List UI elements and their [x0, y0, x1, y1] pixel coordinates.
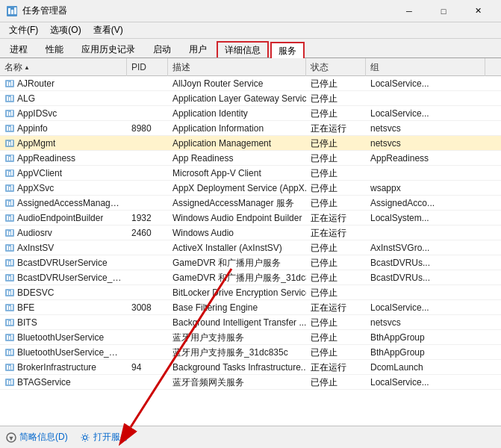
svg-rect-66	[9, 306, 10, 310]
cell-group: AxInstSVGro...	[366, 240, 485, 255]
menu-file[interactable]: 文件(F)	[3, 22, 44, 39]
open-services-button[interactable]: 打开服务	[93, 431, 129, 444]
table-row[interactable]: Appinfo8980Application Information正在运行ne…	[0, 121, 501, 136]
cell-status: 已停止	[306, 151, 366, 166]
table-row[interactable]: AppReadinessApp Readiness已停止AppReadiness	[0, 151, 501, 166]
svg-rect-21	[7, 141, 8, 146]
summary-button[interactable]: 简略信息(D)	[19, 431, 68, 444]
table-row[interactable]: BluetoothUserService_31...蓝牙用户支持服务_31dc8…	[0, 345, 501, 360]
table-row[interactable]: BluetoothUserService蓝牙用户支持服务已停止BthAppGro…	[0, 330, 501, 345]
table-row[interactable]: BcastDVRUserServiceGameDVR 和广播用户服务已停止Bca…	[0, 255, 501, 270]
svg-rect-46	[9, 231, 10, 235]
svg-rect-59	[11, 275, 13, 280]
service-icon	[4, 377, 15, 388]
sort-arrow: ▲	[24, 64, 30, 71]
table-row[interactable]: AJRouterAllJoyn Router Service已停止LocalSe…	[0, 76, 501, 91]
service-icon	[4, 287, 15, 298]
menu-view[interactable]: 查看(V)	[87, 22, 129, 39]
table-row[interactable]: AxInstSVActiveX Installer (AxInstSV)已停止A…	[0, 240, 501, 255]
service-icon	[4, 302, 15, 313]
cell-desc: Windows Audio	[168, 225, 306, 240]
svg-rect-14	[9, 112, 10, 116]
svg-rect-3	[14, 7, 16, 14]
table-row[interactable]: Audiosrv2460Windows Audio正在运行	[0, 225, 501, 240]
cell-status: 正在运行	[306, 121, 366, 136]
title-bar-controls: ─ □ ✕	[392, 0, 495, 22]
svg-rect-83	[11, 364, 13, 370]
svg-rect-35	[11, 185, 13, 190]
svg-rect-79	[11, 349, 13, 355]
cell-name: BluetoothUserService_31...	[0, 345, 127, 360]
gear-icon	[80, 432, 90, 443]
cell-desc: Background Intelligent Transfer ...	[168, 315, 306, 330]
table-row[interactable]: BFE3008Base Filtering Engine正在运行LocalSer…	[0, 300, 501, 315]
col-desc[interactable]: 描述	[168, 58, 306, 76]
cell-pid	[127, 375, 168, 390]
svg-rect-57	[7, 276, 8, 280]
cell-pid: 2460	[127, 225, 168, 240]
cell-group: netsvcs	[366, 121, 485, 136]
svg-rect-10	[9, 97, 10, 101]
cell-pid	[127, 181, 168, 196]
table-row[interactable]: BcastDVRUserService_31...GameDVR 和广播用户服务…	[0, 270, 501, 285]
tab-app-history[interactable]: 应用历史记录	[73, 41, 143, 57]
cell-desc: Application Management	[168, 136, 306, 151]
col-status[interactable]: 状态	[306, 58, 366, 76]
svg-rect-22	[9, 142, 10, 146]
tab-services[interactable]: 服务	[270, 42, 305, 58]
table-row[interactable]: BTAGService蓝牙音频网关服务已停止LocalService...	[0, 375, 501, 390]
tab-process[interactable]: 进程	[1, 41, 36, 57]
table-body[interactable]: AJRouterAllJoyn Router Service已停止LocalSe…	[0, 76, 501, 426]
tab-users[interactable]: 用户	[181, 41, 215, 57]
cell-status: 已停止	[306, 315, 366, 330]
table-row[interactable]: AppXSvcAppX Deployment Service (AppX...已…	[0, 181, 501, 196]
table-row[interactable]: AudioEndpointBuilder1932Windows Audio En…	[0, 211, 501, 225]
cell-desc: BitLocker Drive Encryption Service	[168, 285, 306, 300]
svg-rect-30	[9, 172, 10, 175]
table-row[interactable]: AppIDSvcApplication Identity已停止LocalServ…	[0, 106, 501, 121]
col-group[interactable]: 组	[366, 58, 485, 76]
maximize-button[interactable]: □	[426, 0, 461, 22]
cell-pid	[127, 345, 168, 360]
service-icon	[4, 78, 15, 89]
col-name[interactable]: 名称 ▲	[0, 58, 127, 76]
minimize-button[interactable]: ─	[392, 0, 426, 22]
cell-name: AudioEndpointBuilder	[0, 211, 127, 225]
table-row[interactable]: BDESVCBitLocker Drive Encryption Service…	[0, 285, 501, 300]
cell-group: netsvcs	[366, 136, 485, 151]
table-row[interactable]: AssignedAccessManager...AssignedAccessMa…	[0, 196, 501, 211]
table-row[interactable]: BrokerInfrastructure94Background Tasks I…	[0, 360, 501, 375]
table-header: 名称 ▲ PID 描述 状态 组	[0, 58, 501, 76]
service-icon	[4, 258, 15, 268]
cell-name: BrokerInfrastructure	[0, 360, 127, 375]
svg-rect-75	[11, 335, 13, 340]
cell-name: AxInstSV	[0, 240, 127, 255]
service-icon	[4, 317, 15, 328]
cell-pid: 94	[127, 360, 168, 375]
cell-status: 已停止	[306, 181, 366, 196]
table-row[interactable]: AppMgmtApplication Management已停止netsvcs	[0, 136, 501, 151]
table-row[interactable]: AppVClientMicrosoft App-V Client已停止	[0, 166, 501, 181]
cell-desc: AppX Deployment Service (AppX...	[168, 181, 306, 196]
cell-group: LocalService...	[366, 375, 485, 390]
svg-rect-78	[9, 351, 10, 355]
tab-performance[interactable]: 性能	[37, 41, 72, 57]
cell-status: 已停止	[306, 255, 366, 270]
svg-rect-69	[7, 320, 8, 325]
table-row[interactable]: ALGApplication Layer Gateway Service已停止	[0, 91, 501, 106]
menu-options[interactable]: 选项(O)	[44, 22, 87, 39]
cell-status: 正在运行	[306, 360, 366, 375]
title-bar: 任务管理器 ─ □ ✕	[0, 0, 501, 22]
svg-rect-73	[7, 335, 8, 340]
close-button[interactable]: ✕	[461, 0, 495, 22]
cell-pid	[127, 315, 168, 330]
cell-status: 已停止	[306, 330, 366, 345]
tab-details[interactable]: 详细信息	[217, 41, 269, 57]
cell-status: 已停止	[306, 375, 366, 390]
col-pid[interactable]: PID	[127, 58, 168, 76]
table-row[interactable]: BITSBackground Intelligent Transfer ...已…	[0, 315, 501, 330]
tab-startup[interactable]: 启动	[145, 41, 179, 57]
svg-rect-42	[9, 217, 10, 220]
cell-name: AppVClient	[0, 166, 127, 181]
svg-rect-18	[9, 127, 10, 131]
